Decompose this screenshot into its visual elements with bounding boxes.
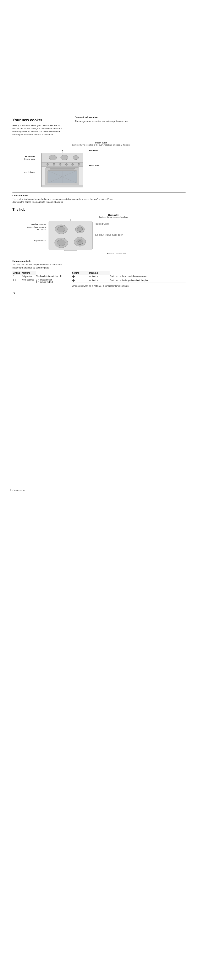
svg-point-11 — [78, 163, 80, 165]
indicator-note: When you switch on a hotplate, the indic… — [72, 285, 185, 288]
table-row: Activation Switches on the large dual-ci… — [72, 278, 185, 283]
hotplate-controls-section: Hotplate controls You can use the four h… — [13, 258, 185, 287]
control-knobs-text: The control knobs can be pushed in and r… — [13, 197, 116, 204]
svg-point-8 — [59, 163, 61, 165]
svg-marker-21 — [61, 150, 63, 151]
activation-icon-1 — [72, 275, 75, 278]
svg-point-7 — [53, 163, 55, 165]
setting-0-meaning: The hotplate is switched off. — [36, 275, 64, 278]
setting-circle — [72, 275, 89, 278]
page-container: find accessories Your new cooker Here yo… — [0, 108, 198, 980]
left-th-setting: Setting — [13, 271, 22, 275]
setting-0: 0 — [13, 275, 22, 278]
hob-section: The hob Steam outlet Caution: Hot air es… — [13, 208, 185, 287]
hotplates-label: Hotplates — [89, 149, 99, 152]
dual-circuit-label: Dual-circuit hotplate 21 and 12 cm — [95, 234, 123, 236]
cooker-diagram: Steam outlet Caution: During operation o… — [17, 142, 185, 188]
setting-0-pos: Off position — [22, 275, 36, 278]
hob-title: The hob — [13, 208, 185, 212]
left-table-container: Setting Meaning 0 Off position The hotpl… — [13, 271, 64, 284]
hob-steam-outlet: Steam outlet Caution: Hot air escapes fr… — [42, 214, 185, 218]
general-info-text: The design depends on the respective app… — [75, 120, 185, 123]
activation-meaning-2: Switches on the large dual-circuit hotpl… — [110, 278, 185, 283]
page-title: Your new cooker — [13, 116, 66, 123]
right-control-table: Setting Meaning — [72, 271, 185, 283]
activation-icon-2 — [72, 279, 75, 282]
table-row: Activation Switches on the extended cook… — [72, 275, 185, 278]
activation-label-1: Activation — [89, 275, 110, 278]
tables-row: Setting Meaning 0 Off position The hotpl… — [13, 271, 185, 288]
activation-meaning-1: Switches on the extended cooking zone — [110, 275, 185, 278]
steam-outlet-label: Steam outlet Caution: During operation o… — [72, 142, 130, 146]
svg-point-3 — [61, 155, 68, 160]
right-th-setting: Setting — [72, 271, 89, 275]
right-labels: Hotplates Oven door — [89, 147, 99, 167]
setting-1-9-meaning: 1 = lowest output8 = highest output — [36, 278, 64, 283]
left-control-table: Setting Meaning 0 Off position The hotpl… — [13, 271, 64, 284]
svg-point-24 — [57, 226, 65, 232]
right-th-meaning: Meaning — [89, 271, 110, 275]
find-accessories-text: find accessories — [10, 489, 25, 492]
svg-rect-22 — [49, 221, 93, 250]
right-table-container: Setting Meaning — [72, 271, 185, 288]
svg-point-36 — [73, 276, 74, 277]
hob-left-labels: Hotplate 17 cm or extended cooking zone … — [25, 219, 48, 242]
svg-point-31 — [78, 240, 81, 243]
hotplate-17cm: Hotplate 17 cm or extended cooking zone … — [25, 223, 46, 231]
svg-point-4 — [73, 156, 79, 160]
table-row: 1-9 Heat settings 1 = lowest output8 = h… — [13, 278, 64, 283]
setting-plus-circle — [72, 278, 89, 283]
residual-heat-label: Residual heat indicator — [48, 253, 185, 255]
setting-1-9: 1-9 — [13, 278, 22, 283]
intro-left: Your new cooker Here you will learn abou… — [13, 116, 66, 137]
plinth-drawer-label: Plinth drawer — [17, 171, 35, 174]
activation-label-2: Activation — [89, 278, 110, 283]
intro-right: General information The design depends o… — [75, 116, 185, 137]
hotplate-18cm: Hotplate 18 cm — [25, 239, 46, 242]
svg-point-26 — [77, 227, 83, 232]
steam-outlet-caution: Caution: During operation of the oven, h… — [72, 144, 130, 146]
hob-svg — [48, 219, 93, 252]
svg-rect-34 — [64, 250, 77, 251]
intro-section: Your new cooker Here you will learn abou… — [13, 116, 185, 137]
svg-point-6 — [47, 163, 49, 165]
setting-1-9-label: Heat settings — [22, 278, 36, 283]
cooker-svg — [37, 147, 87, 188]
svg-point-28 — [57, 240, 65, 246]
hob-diagram-inner: Hotplate 17 cm or extended cooking zone … — [25, 219, 185, 252]
hob-right-labels: Hotplate 14.5 cm Dual-circuit hotplate 2… — [93, 219, 123, 236]
general-info-title: General information — [75, 116, 185, 119]
svg-point-9 — [65, 163, 67, 165]
hob-diagram: Steam outlet Caution: Hot air escapes fr… — [25, 214, 185, 255]
hotplate-145cm: Hotplate 14.5 cm — [95, 223, 123, 225]
intro-text: Here you will learn about your new cooke… — [13, 124, 66, 136]
front-panel-label: Front panel Control panel — [17, 155, 35, 161]
control-knobs-title: Control knobs — [13, 194, 185, 197]
left-labels: Front panel Control panel Plinth drawer — [17, 147, 35, 174]
svg-rect-19 — [42, 185, 83, 187]
left-th-meaning: Meaning — [22, 271, 36, 275]
control-knobs-section: Control knobs The control knobs can be p… — [13, 192, 185, 204]
page-number: 72 — [13, 291, 185, 294]
content-area: Your new cooker Here you will learn abou… — [0, 108, 198, 302]
svg-rect-13 — [50, 168, 75, 169]
hotplate-controls-title: Hotplate controls — [13, 260, 185, 262]
svg-point-2 — [49, 155, 57, 160]
table-row: 0 Off position The hotplate is switched … — [13, 275, 64, 278]
oven-door-label: Oven door — [89, 164, 99, 167]
svg-marker-33 — [70, 219, 71, 220]
hotplate-controls-desc: You can use the four hotplate controls t… — [13, 263, 66, 269]
svg-point-10 — [72, 163, 74, 165]
